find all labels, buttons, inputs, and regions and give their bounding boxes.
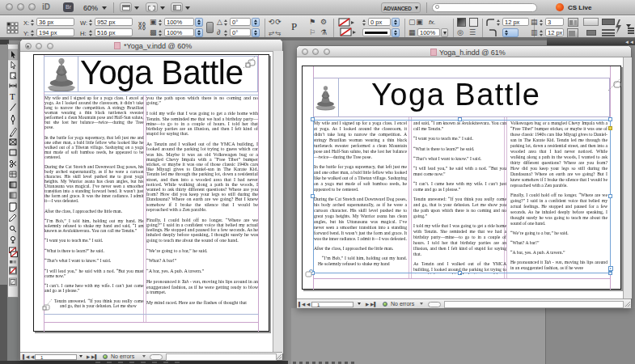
- svg-text:T: T: [10, 91, 15, 101]
